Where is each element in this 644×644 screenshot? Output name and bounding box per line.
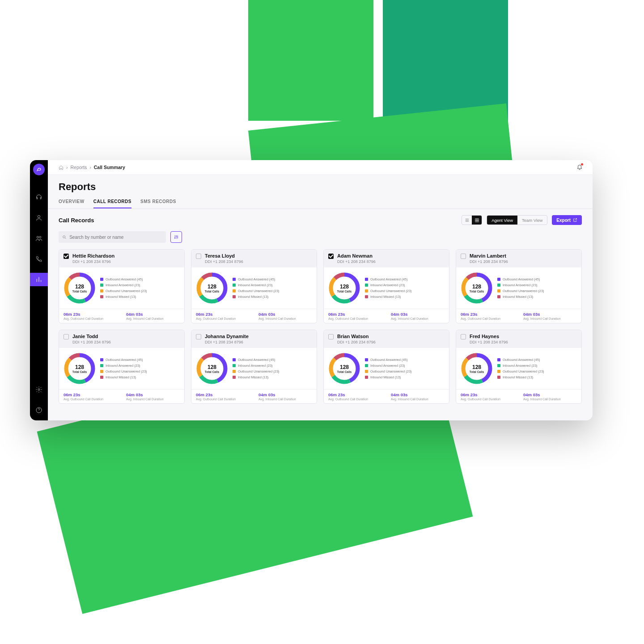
search-input[interactable] (59, 231, 166, 243)
notification-bell-icon[interactable] (576, 164, 583, 171)
record-card[interactable]: Fred Haynes DDI +1 208 234 8796 128 Tota… (456, 330, 582, 404)
segment-team-view[interactable]: Team View (517, 216, 547, 225)
select-checkbox[interactable] (196, 334, 201, 339)
grid-view-icon[interactable] (472, 216, 482, 225)
nav-reports-icon[interactable] (30, 273, 48, 286)
svg-rect-8 (477, 220, 479, 221)
legend-swatch (497, 295, 500, 298)
legend-swatch (100, 358, 103, 361)
record-card[interactable]: Hettie Richardson DDI +1 208 234 8796 12… (59, 249, 185, 323)
nav-team-icon[interactable] (30, 232, 48, 245)
total-calls-label: Total Calls (470, 370, 484, 373)
svg-rect-6 (477, 218, 479, 220)
nav-settings-icon[interactable] (30, 383, 48, 396)
calls-donut: 128 Total Calls (461, 272, 493, 304)
avg-inbound-value: 04m 03s (523, 312, 577, 317)
legend-swatch (100, 370, 103, 373)
svg-rect-5 (475, 218, 476, 220)
tab-sms-records[interactable]: SMS RECORDS (140, 195, 176, 208)
total-calls-value: 128 (75, 284, 84, 290)
records-grid: Hettie Richardson DDI +1 208 234 8796 12… (48, 249, 593, 413)
record-card[interactable]: Johanna Dynamite DDI +1 208 234 8796 128… (191, 330, 317, 404)
svg-point-1 (37, 236, 38, 238)
export-button[interactable]: Export (552, 215, 582, 225)
legend-item: Outbound Unanswered (23) (100, 369, 147, 373)
legend-item: Inbound Missed (13) (233, 375, 280, 379)
nav-user-icon[interactable] (30, 211, 48, 225)
card-footer: 06m 23s Avg. Outbound Call Duration 04m … (324, 389, 449, 403)
svg-point-11 (176, 236, 177, 237)
avg-inbound-label: Avg. Inbound Call Duration (126, 398, 180, 401)
legend-item: Outbound Answered (45) (365, 358, 412, 362)
calls-donut: 128 Total Calls (64, 272, 96, 304)
legend-swatch (365, 358, 368, 361)
legend-item: Outbound Unanswered (23) (233, 289, 280, 293)
record-name: Adam Newman (337, 253, 376, 258)
nav-phone-icon[interactable] (30, 252, 48, 266)
segment-agent-view[interactable]: Agent View (487, 216, 517, 225)
donut-legend: Outbound Answered (45) Inbound Answered … (100, 358, 147, 379)
svg-point-12 (177, 237, 178, 237)
svg-point-2 (39, 236, 41, 238)
select-checkbox[interactable] (461, 254, 466, 259)
avg-outbound-label: Avg. Outbound Call Duration (196, 317, 250, 320)
export-icon (573, 218, 577, 222)
crumb-reports[interactable]: Reports (71, 165, 87, 170)
legend-item: Outbound Answered (45) (497, 358, 544, 362)
section-title: Call Records (59, 217, 94, 224)
record-card[interactable]: Adam Newman DDI +1 208 234 8796 128 Tota… (323, 249, 449, 323)
tab-call-records[interactable]: CALL RECORDS (93, 195, 131, 208)
avg-outbound-value: 06m 23s (328, 312, 382, 317)
record-ddi: DDI +1 208 234 8796 (205, 259, 243, 264)
notification-dot (581, 163, 583, 165)
donut-legend: Outbound Answered (45) Inbound Answered … (100, 277, 147, 299)
total-calls-value: 128 (472, 284, 481, 290)
legend-item: Outbound Unanswered (23) (233, 369, 280, 373)
record-card[interactable]: Janie Todd DDI +1 208 234 8796 128 Total… (59, 330, 185, 404)
home-icon[interactable] (59, 165, 64, 170)
avg-outbound-label: Avg. Outbound Call Duration (64, 398, 117, 401)
tab-overview[interactable]: OVERVIEW (59, 195, 85, 208)
legend-swatch (365, 364, 368, 367)
filter-button[interactable] (170, 231, 182, 243)
avg-outbound-label: Avg. Outbound Call Duration (461, 317, 514, 320)
legend-item: Inbound Missed (13) (100, 295, 147, 299)
legend-item: Inbound Answered (23) (365, 364, 412, 368)
legend-item: Inbound Missed (13) (365, 375, 412, 379)
record-name: Marvin Lambert (470, 253, 508, 258)
legend-swatch (497, 278, 500, 281)
bg-tile (248, 0, 373, 121)
record-card[interactable]: Marvin Lambert DDI +1 208 234 8796 128 T… (456, 249, 582, 323)
select-checkbox[interactable] (64, 254, 69, 259)
total-calls-label: Total Calls (337, 290, 352, 293)
select-checkbox[interactable] (196, 254, 201, 259)
card-header: Adam Newman DDI +1 208 234 8796 (324, 250, 449, 267)
nav-help-icon[interactable] (30, 403, 48, 417)
total-calls-label: Total Calls (72, 370, 87, 373)
record-card[interactable]: Teresa Lloyd DDI +1 208 234 8796 128 Tot… (191, 249, 317, 323)
select-checkbox[interactable] (64, 334, 69, 339)
avg-inbound-value: 04m 03s (258, 312, 312, 317)
legend-item: Outbound Answered (45) (233, 277, 280, 281)
select-checkbox[interactable] (461, 334, 466, 339)
card-footer: 06m 23s Avg. Outbound Call Duration 04m … (191, 389, 317, 403)
svg-rect-7 (475, 220, 476, 221)
legend-item: Outbound Unanswered (23) (365, 369, 412, 373)
legend-item: Inbound Answered (23) (365, 283, 412, 287)
legend-swatch (365, 278, 368, 281)
record-card[interactable]: Brian Watson DDI +1 208 234 8796 128 Tot… (323, 330, 449, 404)
card-header: Janie Todd DDI +1 208 234 8796 (59, 330, 184, 348)
legend-swatch (497, 284, 500, 287)
calls-donut: 128 Total Calls (64, 352, 96, 385)
legend-swatch (100, 364, 103, 367)
list-view-icon[interactable] (462, 216, 472, 225)
search-icon (62, 235, 67, 240)
legend-swatch (233, 289, 236, 292)
legend-swatch (497, 289, 500, 292)
nav-headset-icon[interactable] (30, 191, 48, 204)
legend-swatch (233, 278, 236, 281)
select-checkbox[interactable] (328, 254, 334, 259)
select-checkbox[interactable] (328, 334, 334, 339)
total-calls-label: Total Calls (205, 370, 219, 373)
layout-toggle (462, 215, 482, 225)
